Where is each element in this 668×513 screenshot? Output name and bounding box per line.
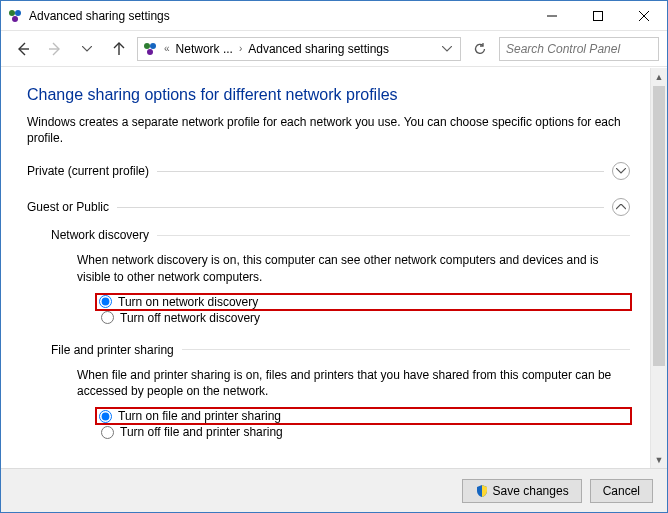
svg-point-10 [144,43,150,49]
divider [182,349,630,350]
radio-netdisc-off-input[interactable] [101,311,114,324]
cancel-label: Cancel [603,484,640,498]
up-button[interactable] [105,35,133,63]
file-printer-heading: File and printer sharing [51,343,174,357]
breadcrumb-dropdown[interactable] [438,43,456,54]
radio-netdisc-off[interactable]: Turn off network discovery [99,309,630,327]
radio-fps-off-label: Turn off file and printer sharing [120,425,283,439]
window-title: Advanced sharing settings [29,9,529,23]
svg-rect-4 [594,11,603,20]
section-network-discovery: Network discovery When network discovery… [51,228,630,326]
profile-private-row[interactable]: Private (current profile) [27,160,630,182]
chevron-right-icon[interactable]: › [237,43,244,54]
minimize-button[interactable] [529,1,575,30]
scrollbar-thumb[interactable] [653,86,665,366]
breadcrumb[interactable]: « Network ... › Advanced sharing setting… [137,37,461,61]
radio-fps-on-label: Turn on file and printer sharing [118,409,281,423]
network-discovery-desc: When network discovery is on, this compu… [77,252,630,284]
svg-point-0 [9,10,15,16]
close-button[interactable] [621,1,667,30]
footer: Save changes Cancel [1,468,667,512]
network-discovery-heading: Network discovery [51,228,149,242]
breadcrumb-icon [142,41,158,57]
divider [117,207,604,208]
profile-guest-label: Guest or Public [27,200,109,214]
titlebar: Advanced sharing settings [1,1,667,31]
svg-point-11 [150,43,156,49]
svg-point-1 [15,10,21,16]
radio-netdisc-off-label: Turn off network discovery [120,311,260,325]
maximize-button[interactable] [575,1,621,30]
forward-button[interactable] [41,35,69,63]
content-area: Change sharing options for different net… [1,68,650,468]
radio-netdisc-on-input[interactable] [99,295,112,308]
page-title: Change sharing options for different net… [27,86,630,104]
section-file-printer: File and printer sharing When file and p… [51,343,630,441]
radio-netdisc-on-label: Turn on network discovery [118,295,258,309]
scroll-up-icon[interactable]: ▲ [651,68,667,85]
file-printer-desc: When file and printer sharing is on, fil… [77,367,630,399]
cancel-button[interactable]: Cancel [590,479,653,503]
shield-icon [475,484,489,498]
svg-point-2 [12,16,18,22]
radio-fps-off-input[interactable] [101,426,114,439]
profile-guest-row[interactable]: Guest or Public [27,196,630,218]
breadcrumb-item-0[interactable]: Network ... [176,42,233,56]
breadcrumb-item-1[interactable]: Advanced sharing settings [248,42,389,56]
scroll-down-icon[interactable]: ▼ [651,451,667,468]
divider [157,235,630,236]
save-label: Save changes [493,484,569,498]
app-icon [7,8,23,24]
chevron-up-icon[interactable] [612,198,630,216]
save-changes-button[interactable]: Save changes [462,479,582,503]
search-input[interactable] [499,37,659,61]
navbar: « Network ... › Advanced sharing setting… [1,31,667,67]
divider [157,171,604,172]
chevron-down-icon[interactable] [612,162,630,180]
recent-locations-button[interactable] [73,35,101,63]
page-description: Windows creates a separate network profi… [27,114,630,146]
profile-private-label: Private (current profile) [27,164,149,178]
refresh-button[interactable] [465,37,495,61]
svg-point-12 [147,49,153,55]
radio-fps-on-input[interactable] [99,410,112,423]
back-button[interactable] [9,35,37,63]
breadcrumb-root-sep[interactable]: « [162,43,172,54]
vertical-scrollbar[interactable]: ▲ ▼ [650,68,667,468]
radio-fps-off[interactable]: Turn off file and printer sharing [99,423,630,441]
